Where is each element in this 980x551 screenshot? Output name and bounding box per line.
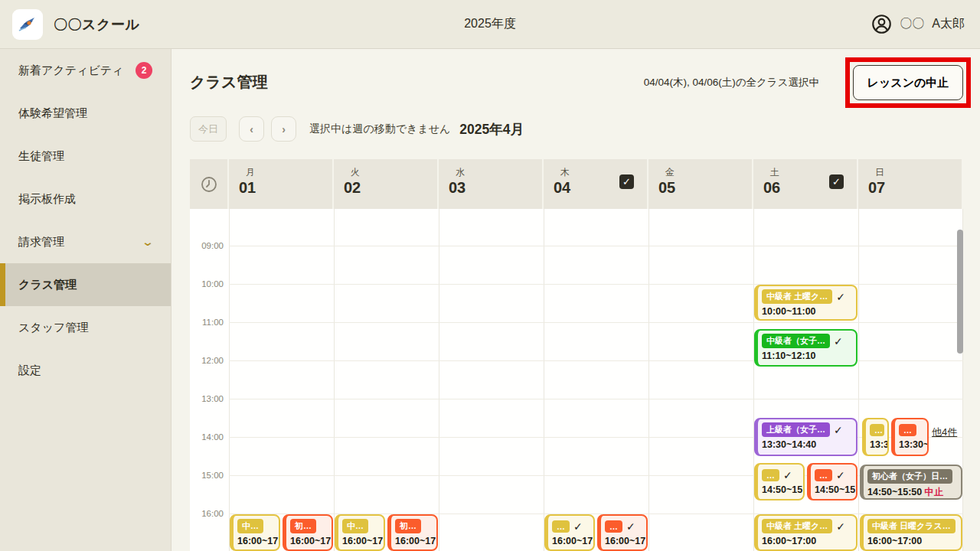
day-header-日: 日07: [858, 159, 962, 209]
lesson-card[interactable]: 中級者 土曜ク…✓10:00~11:00: [754, 285, 858, 321]
lesson-class-badge: 初心者（女子）日…: [867, 469, 952, 484]
cancel-lesson-button[interactable]: レッスンの中止: [853, 65, 963, 100]
lesson-class-badge: …: [605, 520, 622, 533]
lesson-card[interactable]: 中…16:00~17:: [230, 514, 280, 551]
day-date-label: 04: [554, 179, 570, 197]
next-week-button[interactable]: ›: [271, 116, 296, 142]
day-of-week-label: 土: [770, 166, 779, 179]
lesson-card-header: 中級者（女子…✓: [762, 334, 853, 348]
lesson-card-header: 中…: [237, 519, 276, 533]
time-column-header: [190, 159, 227, 209]
lesson-card-header: …: [870, 422, 884, 437]
lesson-card[interactable]: …✓14:50~15:: [807, 463, 858, 500]
lesson-class-badge: …: [815, 469, 832, 481]
lesson-card[interactable]: …✓16:00~17:: [597, 514, 648, 551]
lesson-card[interactable]: 中級者（女子…✓11:10~12:10: [754, 329, 858, 367]
lesson-card-header: …: [899, 422, 924, 437]
lesson-card[interactable]: …13:30~: [891, 418, 929, 456]
day-header-月: 月01: [229, 159, 332, 209]
lesson-time-label: 10:00~11:00: [762, 306, 853, 317]
lesson-card-header: 初…: [290, 519, 328, 533]
day-of-week-label: 木: [560, 166, 570, 179]
lesson-time-label: 14:50~15:: [815, 484, 853, 495]
lesson-card[interactable]: 初…16:00~17:: [387, 514, 438, 551]
sidebar-item-4[interactable]: 掲示板作成: [0, 178, 171, 220]
lesson-card-header: …✓: [762, 468, 800, 482]
lesson-class-badge: 初…: [290, 519, 316, 533]
lesson-time-label: 16:00~17:: [237, 536, 276, 546]
account-icon[interactable]: [871, 14, 892, 34]
selected-check-icon: ✓: [573, 520, 583, 533]
lesson-time-label: 13:30~14:40: [762, 439, 853, 450]
sidebar-item-2[interactable]: 体験希望管理: [0, 92, 171, 135]
lesson-time-label: 13:30~: [899, 439, 924, 450]
sidebar-item-5[interactable]: 請求管理⌄: [0, 220, 171, 263]
grid-hline: [229, 322, 963, 323]
sidebar-item-1[interactable]: 新着アクティビティ2: [0, 49, 171, 92]
time-label: 12:00: [190, 356, 224, 365]
lesson-time-label: 16:00~17:: [290, 536, 328, 546]
lesson-card[interactable]: …✓16:00~17:: [544, 514, 595, 551]
lesson-card[interactable]: 中級者 土曜ク…✓16:00~17:00: [754, 514, 858, 551]
lesson-card[interactable]: …✓14:50~15:: [754, 463, 805, 500]
lesson-card[interactable]: …13:30~: [862, 418, 889, 456]
user-org: 〇〇: [900, 16, 924, 32]
sidebar-item-label: スタッフ管理: [18, 321, 88, 335]
time-label: 14:00: [190, 432, 224, 442]
lesson-card[interactable]: 初…16:00~17:: [283, 514, 333, 551]
main-content: クラス管理 04/04(木), 04/06(土)の全クラス選択中 レッスンの中止…: [172, 49, 980, 551]
lesson-card-header: 上級者（女子…✓: [762, 422, 853, 437]
lesson-time-label: 16:00~17:: [342, 536, 381, 546]
sidebar-item-7[interactable]: スタッフ管理: [0, 306, 171, 349]
lesson-card[interactable]: 中級者 日曜クラス…16:00~17:00: [860, 514, 962, 551]
today-button[interactable]: 今日: [190, 116, 227, 142]
grid-hline: [229, 399, 963, 399]
sidebar-item-label: 請求管理: [18, 235, 64, 249]
day-checkbox-checked[interactable]: ✓: [829, 174, 844, 189]
day-date-label: 05: [658, 179, 675, 197]
lesson-class-badge: 中級者（女子…: [762, 334, 830, 348]
sidebar-item-6[interactable]: クラス管理: [0, 263, 171, 306]
lesson-card[interactable]: 中…16:00~17:: [335, 514, 385, 551]
day-of-week-label: 日: [875, 166, 884, 179]
sidebar-item-label: 掲示板作成: [18, 192, 76, 207]
day-header-木: 木04✓: [544, 159, 647, 209]
grid-vline: [439, 209, 439, 551]
lesson-time-label: 14:50~15:50中止: [867, 486, 958, 499]
lesson-class-badge: …: [899, 424, 916, 436]
fiscal-year-label: 2025年度: [0, 16, 980, 32]
selected-check-icon: ✓: [783, 469, 792, 481]
lesson-card-header: 初…: [395, 519, 433, 533]
lesson-card[interactable]: 初心者（女子）日…14:50~15:50中止: [860, 465, 962, 500]
vertical-scrollbar[interactable]: [957, 230, 963, 354]
day-header-土: 土06✓: [753, 159, 857, 209]
more-events-link[interactable]: 他4件: [932, 425, 957, 439]
time-label: 15:00: [190, 471, 224, 480]
sidebar-item-label: 設定: [18, 364, 41, 378]
grid-vline: [229, 209, 230, 551]
grid-vline: [858, 209, 859, 551]
calendar-grid: 09:0010:0011:0012:0013:0014:0015:0016:00…: [190, 209, 963, 551]
sidebar: 新着アクティビティ2体験希望管理生徒管理掲示板作成請求管理⌄クラス管理スタッフ管…: [0, 49, 172, 551]
sidebar-item-3[interactable]: 生徒管理: [0, 135, 171, 178]
day-checkbox-checked[interactable]: ✓: [619, 174, 634, 189]
page-title: クラス管理: [190, 72, 267, 93]
lesson-class-badge: 中…: [342, 519, 368, 533]
lesson-card-header: 中級者 日曜クラス…: [867, 519, 958, 533]
day-header-金: 金05: [648, 159, 752, 209]
lesson-card[interactable]: 上級者（女子…✓13:30~14:40: [754, 418, 858, 456]
lesson-card-header: 中…: [342, 519, 381, 533]
grid-vline: [753, 209, 754, 551]
current-month-label: 2025年4月: [459, 120, 524, 139]
sidebar-item-8[interactable]: 設定: [0, 349, 171, 392]
prev-week-button[interactable]: ‹: [239, 116, 264, 142]
lesson-class-badge: 初…: [395, 519, 421, 533]
lesson-time-label: 16:00~17:: [552, 536, 590, 546]
time-label: 09:00: [190, 241, 224, 250]
sidebar-item-label: 生徒管理: [18, 149, 64, 164]
lesson-card-header: …✓: [605, 519, 643, 533]
sidebar-item-label: 新着アクティビティ: [18, 64, 123, 78]
selected-check-icon: ✓: [836, 520, 845, 533]
user-name[interactable]: A太郎: [932, 16, 965, 32]
lesson-card-header: …✓: [815, 468, 853, 482]
